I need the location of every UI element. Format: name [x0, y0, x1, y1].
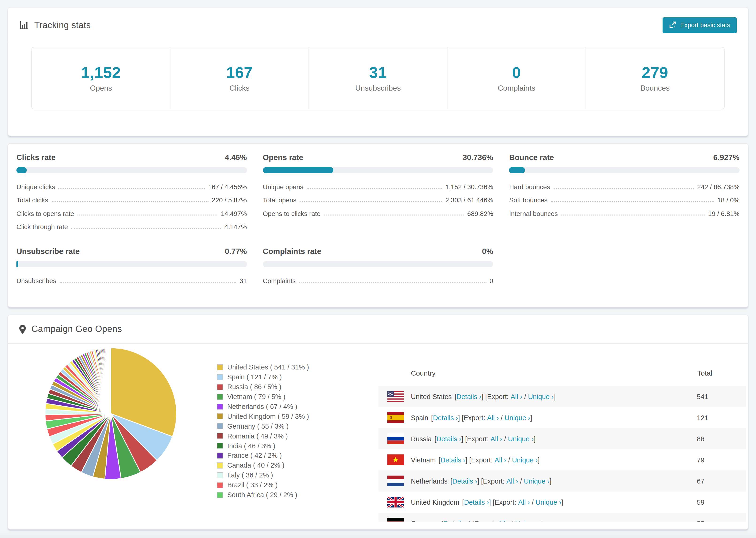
export-all-link-germany[interactable]: All › — [498, 519, 510, 521]
export-unique-link-spain[interactable]: Unique › — [505, 414, 530, 421]
country-cell-netherlands: Netherlands [Details ›] [Export: All › /… — [378, 470, 697, 492]
legend-label: France ( 42 / 2% ) — [227, 452, 282, 459]
stat-row-label: Unsubscribes — [17, 277, 56, 284]
stat-row-complaints: Complaints0 — [263, 273, 493, 287]
rate-progress-track — [17, 261, 247, 267]
export-basic-stats-button[interactable]: Export basic stats — [663, 17, 737, 33]
details-link-netherlands[interactable]: Details › — [453, 477, 477, 485]
summary-label-opens: Opens — [90, 84, 112, 92]
geo-table-row-vietnam: Vietnam [Details ›] [Export: All › / Uni… — [378, 449, 746, 470]
bracket: [ — [440, 519, 444, 521]
export-unique-link-germany[interactable]: Unique › — [515, 519, 541, 521]
export-unique-link-united-kingdom[interactable]: Unique › — [536, 498, 561, 506]
bracket: ] — [550, 477, 552, 485]
dotted-leader — [60, 282, 237, 282]
stat-row-value: 0 — [490, 277, 493, 284]
summary-value-bounces: 279 — [642, 64, 668, 82]
geo-table-row-united-kingdom: United Kingdom [Details ›] [Export: All … — [378, 492, 746, 512]
rate-head-complaints-rate: Complaints rate0% — [263, 247, 493, 256]
legend-item-united-states: United States ( 541 / 31% ) — [217, 362, 372, 372]
country-cell-russia: Russia [Details ›] [Export: All › / Uniq… — [378, 428, 697, 449]
details-link-spain[interactable]: Details › — [433, 414, 458, 421]
panel-title: Tracking stats — [34, 20, 91, 30]
dotted-leader — [78, 214, 218, 215]
flag-icon-es — [387, 412, 404, 423]
details-link-germany[interactable]: Details › — [444, 519, 468, 521]
legend-label: Spain ( 121 / 7% ) — [227, 373, 282, 381]
export-all-link-russia[interactable]: All › — [490, 435, 502, 443]
slash: / — [522, 393, 528, 400]
export-unique-link-russia[interactable]: Unique › — [508, 435, 534, 443]
rate-progress-track — [17, 167, 247, 173]
export-all-link-netherlands[interactable]: All › — [507, 477, 518, 485]
rate-title: Opens rate — [263, 153, 303, 162]
export-unique-link-netherlands[interactable]: Unique › — [524, 477, 550, 485]
legend-swatch — [217, 433, 223, 439]
legend-item-netherlands: Netherlands ( 67 / 4% ) — [217, 402, 372, 411]
legend-item-france: France ( 42 / 2% ) — [217, 451, 372, 460]
bracket: ] [Export: — [477, 477, 507, 485]
dotted-leader — [324, 214, 464, 215]
country-name: Netherlands — [411, 477, 448, 485]
total-cell-germany: 55 — [697, 512, 746, 521]
summary-label-unsubscribes: Unsubscribes — [355, 84, 401, 92]
dotted-leader — [561, 214, 705, 215]
summary-card-opens: 1,152Opens — [32, 47, 170, 109]
campaign-overview-page: Tracking stats Export basic stats 1,152O… — [0, 0, 756, 538]
stat-row-label: Clicks to opens rate — [17, 210, 74, 217]
stat-row-label: Opens to clicks rate — [263, 210, 320, 217]
bracket: ] [Export: — [482, 393, 511, 400]
legend-item-brazil: Brazil ( 33 / 2% ) — [217, 480, 372, 490]
bracket: [ — [449, 477, 452, 485]
bracket: ] — [541, 519, 543, 521]
legend-item-russia: Russia ( 86 / 5% ) — [217, 382, 372, 392]
export-unique-link-united-states[interactable]: Unique › — [528, 393, 554, 400]
rate-title: Unsubscribe rate — [17, 247, 80, 256]
country-row-content: Russia [Details ›] [Export: All › / Uniq… — [378, 433, 697, 444]
flag-icon-ru — [387, 433, 404, 444]
rate-head-clicks-rate: Clicks rate4.46% — [17, 153, 247, 162]
tracking-stats-panel: Tracking stats Export basic stats 1,152O… — [8, 7, 748, 136]
details-link-vietnam[interactable]: Details › — [441, 456, 465, 463]
export-all-link-united-states[interactable]: All › — [511, 393, 522, 400]
rate-title: Complaints rate — [263, 247, 321, 256]
details-link-united-states[interactable]: Details › — [457, 393, 481, 400]
stat-row-opens-to-clicks-rate: Opens to clicks rate689.82% — [263, 206, 493, 219]
summary-value-clicks: 167 — [226, 64, 253, 82]
legend-swatch — [217, 404, 223, 409]
legend-label: United Kingdom ( 59 / 3% ) — [227, 413, 309, 420]
stat-row-value: 19 / 6.81% — [708, 210, 739, 217]
legend-item-south-africa: South Africa ( 29 / 2% ) — [217, 490, 372, 500]
stat-row-value: 31 — [240, 277, 247, 284]
bracket: ] — [534, 435, 536, 443]
slash: / — [510, 519, 515, 521]
details-link-russia[interactable]: Details › — [436, 435, 461, 443]
export-all-link-united-kingdom[interactable]: All › — [518, 498, 530, 506]
summary-label-clicks: Clicks — [229, 84, 249, 92]
export-all-link-vietnam[interactable]: All › — [495, 456, 507, 463]
slash: / — [506, 456, 512, 463]
legend-swatch — [217, 472, 223, 478]
export-unique-link-vietnam[interactable]: Unique › — [512, 456, 538, 463]
rate-block-complaints-rate: Complaints rate0%Complaints0 — [263, 247, 493, 287]
stat-row-soft-bounces: Soft bounces18 / 0% — [509, 193, 739, 206]
country-cell-spain: Spain [Details ›] [Export: All › / Uniqu… — [378, 407, 697, 428]
rate-progress-track — [263, 261, 493, 267]
summary-card-clicks: 167Clicks — [170, 47, 308, 109]
bracket: [ — [437, 456, 441, 463]
geo-table-row-russia: Russia [Details ›] [Export: All › / Uniq… — [378, 428, 746, 449]
legend-label: Vietnam ( 79 / 5% ) — [227, 393, 286, 401]
legend-swatch — [217, 443, 223, 449]
map-pin-icon — [19, 325, 26, 334]
legend-swatch — [217, 364, 223, 370]
rate-value: 0.77% — [225, 247, 247, 256]
bracket: ] — [538, 456, 540, 463]
total-cell-vietnam: 79 — [697, 449, 746, 470]
legend-item-vietnam: Vietnam ( 79 / 5% ) — [217, 392, 372, 402]
geo-table-row-netherlands: Netherlands [Details ›] [Export: All › /… — [378, 470, 746, 492]
total-cell-united-kingdom: 59 — [697, 492, 746, 512]
country-row-content: Germany [Details ›] [Export: All › / Uni… — [378, 518, 697, 521]
flag-icon-us — [387, 391, 404, 402]
export-all-link-spain[interactable]: All › — [487, 414, 499, 421]
details-link-united-kingdom[interactable]: Details › — [464, 498, 489, 506]
